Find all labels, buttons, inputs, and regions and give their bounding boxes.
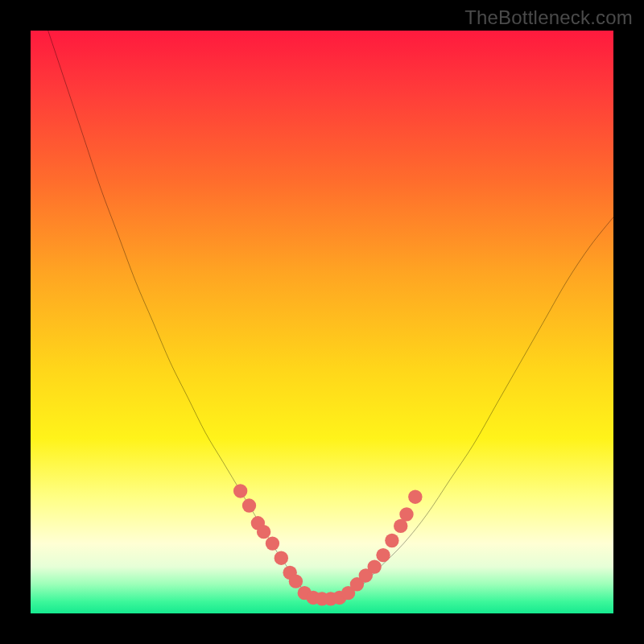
- watermark-text: TheBottleneck.com: [464, 6, 633, 29]
- marker-dot: [408, 490, 422, 504]
- marker-dot: [266, 536, 279, 550]
- curve-path: [48, 31, 613, 599]
- marker-dot: [289, 574, 303, 588]
- marker-dot: [257, 525, 270, 539]
- plot-area: [31, 31, 613, 613]
- marker-dot: [367, 559, 381, 573]
- chart-svg: [31, 31, 613, 613]
- marker-dot: [399, 507, 413, 521]
- marker-dot: [242, 498, 256, 512]
- marker-dot: [275, 551, 288, 565]
- marker-group: [233, 484, 423, 605]
- marker-dot: [385, 534, 398, 547]
- marker-dot: [376, 548, 390, 562]
- frame: TheBottleneck.com: [0, 0, 644, 644]
- marker-dot: [233, 484, 247, 497]
